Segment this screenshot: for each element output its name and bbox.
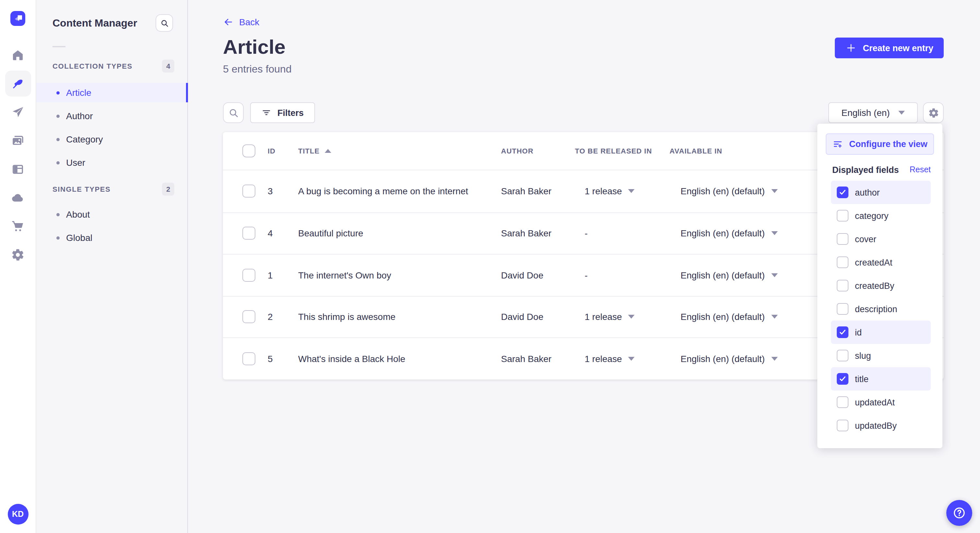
- view-settings-button[interactable]: [923, 102, 944, 123]
- checkbox[interactable]: [837, 373, 848, 385]
- create-new-entry-button[interactable]: Create new entry: [835, 38, 944, 58]
- column-header-available[interactable]: AVAILABLE IN: [670, 147, 722, 155]
- checkbox[interactable]: [837, 187, 848, 198]
- row-checkbox[interactable]: [242, 227, 255, 240]
- field-label: updatedBy: [855, 420, 897, 430]
- column-header-author[interactable]: AUTHOR: [501, 147, 533, 155]
- cell-released[interactable]: 1 release: [585, 186, 634, 197]
- locale-label: English (en) (default): [681, 228, 765, 239]
- section-single-types: SINGLE TYPES 2: [52, 182, 174, 195]
- checkbox[interactable]: [837, 257, 848, 268]
- reset-link[interactable]: Reset: [910, 165, 931, 174]
- nav-content-manager[interactable]: [5, 71, 31, 97]
- nav-settings[interactable]: [5, 241, 31, 268]
- main-nav-rail: KD: [0, 0, 36, 533]
- row-checkbox[interactable]: [242, 311, 255, 324]
- chevron-down-icon: [771, 273, 778, 277]
- bullet-icon: [56, 114, 60, 117]
- checkbox[interactable]: [837, 280, 848, 292]
- field-toggle-createdBy[interactable]: createdBy: [831, 274, 931, 297]
- chevron-down-icon: [628, 315, 634, 319]
- sidebar-item-user[interactable]: User: [36, 153, 187, 172]
- column-header-id[interactable]: ID: [268, 147, 275, 155]
- cell-released[interactable]: -: [585, 228, 587, 239]
- cell-available-locale[interactable]: English (en) (default): [681, 186, 778, 197]
- chevron-down-icon: [771, 232, 778, 235]
- sidebar-item-global[interactable]: Global: [36, 228, 187, 247]
- nav-media-library[interactable]: [5, 128, 31, 154]
- row-checkbox[interactable]: [242, 352, 255, 365]
- row-checkbox[interactable]: [242, 269, 255, 282]
- gear-icon: [11, 248, 25, 261]
- nav-content-type-builder[interactable]: [5, 156, 31, 182]
- locale-select[interactable]: English (en): [828, 102, 918, 123]
- nav-home[interactable]: [5, 42, 31, 68]
- chevron-down-icon: [771, 357, 778, 361]
- checkbox[interactable]: [837, 233, 848, 245]
- page-title: Article: [223, 36, 285, 58]
- field-toggle-slug[interactable]: slug: [831, 344, 931, 367]
- field-toggle-category[interactable]: category: [831, 204, 931, 227]
- checkbox[interactable]: [837, 327, 848, 338]
- checkbox[interactable]: [837, 303, 848, 315]
- user-avatar[interactable]: KD: [8, 504, 28, 525]
- sidebar-item-about[interactable]: About: [36, 205, 187, 224]
- field-toggle-id[interactable]: id: [831, 320, 931, 344]
- help-button[interactable]: [946, 500, 972, 526]
- sidebar-item-author[interactable]: Author: [36, 106, 187, 125]
- chevron-down-icon: [771, 189, 778, 194]
- plus-icon: [845, 42, 857, 54]
- search-button[interactable]: [223, 102, 244, 123]
- cell-available-locale[interactable]: English (en) (default): [681, 312, 778, 322]
- subnav-search-button[interactable]: [156, 14, 173, 32]
- nav-releases[interactable]: [5, 99, 31, 125]
- sort-ascending-icon: [325, 149, 331, 153]
- cell-available-locale[interactable]: English (en) (default): [681, 228, 778, 239]
- checkbox[interactable]: [837, 397, 848, 408]
- cell-released[interactable]: -: [585, 270, 587, 281]
- cell-available-locale[interactable]: English (en) (default): [681, 354, 778, 364]
- section-label: SINGLE TYPES: [52, 185, 110, 193]
- back-link[interactable]: Back: [223, 17, 259, 27]
- cell-released[interactable]: 1 release: [585, 354, 634, 364]
- cell-available-locale[interactable]: English (en) (default): [681, 270, 778, 281]
- select-all-checkbox[interactable]: [242, 144, 255, 157]
- chevron-down-icon: [628, 357, 634, 361]
- cell-author: Sarah Baker: [501, 228, 552, 239]
- column-header-released[interactable]: TO BE RELEASED IN: [575, 147, 652, 155]
- sidebar-item-article[interactable]: Article: [36, 83, 187, 102]
- field-toggle-author[interactable]: author: [831, 181, 931, 204]
- field-toggle-updatedBy[interactable]: updatedBy: [831, 414, 931, 437]
- field-toggle-title[interactable]: title: [831, 367, 931, 390]
- column-header-title[interactable]: TITLE: [298, 147, 331, 155]
- field-label: id: [855, 327, 862, 337]
- question-mark-icon: [952, 506, 966, 520]
- field-toggle-description[interactable]: description: [831, 297, 931, 320]
- row-checkbox[interactable]: [242, 185, 255, 198]
- checkbox[interactable]: [837, 350, 848, 362]
- check-icon: [839, 189, 846, 196]
- field-toggle-createdAt[interactable]: createdAt: [831, 251, 931, 274]
- sidebar-item-category[interactable]: Category: [36, 130, 187, 149]
- section-label: COLLECTION TYPES: [52, 62, 132, 70]
- filters-button[interactable]: Filters: [250, 102, 315, 123]
- checkbox[interactable]: [837, 210, 848, 222]
- strapi-logo[interactable]: [10, 11, 25, 26]
- entries-count: 5 entries found: [223, 63, 292, 75]
- bullet-icon: [56, 236, 60, 239]
- checkbox[interactable]: [837, 420, 848, 431]
- bullet-icon: [56, 213, 60, 216]
- cell-author: David Doe: [501, 270, 544, 281]
- field-label: title: [855, 374, 869, 384]
- nav-marketplace[interactable]: [5, 213, 31, 239]
- sidebar-item-label: Article: [66, 87, 91, 98]
- content-manager-app: KD Content Manager COLLECTION TYPES 4 Ar…: [0, 0, 980, 533]
- field-toggle-cover[interactable]: cover: [831, 227, 931, 251]
- configure-the-view-button[interactable]: Configure the view: [826, 133, 934, 155]
- field-toggle-updatedAt[interactable]: updatedAt: [831, 390, 931, 414]
- feather-icon: [11, 77, 25, 90]
- cell-released[interactable]: 1 release: [585, 312, 634, 322]
- locale-label: English (en) (default): [681, 354, 765, 364]
- nav-deploy[interactable]: [5, 185, 31, 211]
- view-settings-popover: Configure the view Displayed fields Rese…: [817, 124, 942, 448]
